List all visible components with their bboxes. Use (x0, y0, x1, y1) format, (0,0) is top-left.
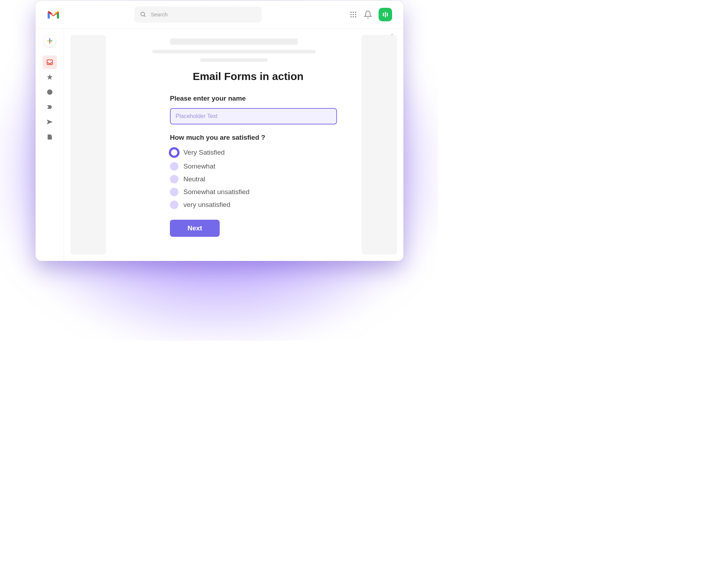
right-panel (362, 35, 397, 255)
skeleton-line (170, 38, 298, 45)
compose-button[interactable] (44, 35, 56, 47)
radio-label: Very Satisfied (183, 149, 225, 156)
svg-point-0 (141, 12, 145, 16)
svg-point-9 (353, 16, 354, 17)
satisfaction-label: How much you are satisfied ? (170, 134, 341, 142)
radio-label: very unsatisfied (183, 201, 230, 209)
svg-line-1 (144, 15, 145, 17)
left-panel (70, 35, 106, 255)
embedded-form: Email Forms in action Please enter your … (170, 70, 341, 237)
header-actions (349, 8, 392, 21)
gmail-logo[interactable] (47, 10, 60, 20)
sidebar-item-sent[interactable] (43, 115, 57, 129)
svg-point-3 (353, 11, 354, 13)
sidebar-item-inbox[interactable] (43, 55, 57, 69)
skeleton-line (152, 50, 316, 53)
svg-point-8 (350, 16, 352, 17)
radio-label: Somewhat unsatisfied (183, 188, 250, 196)
svg-point-4 (355, 11, 357, 13)
sidebar-item-important[interactable] (43, 100, 57, 114)
search-placeholder: Search (151, 11, 168, 17)
email-body: Email Forms in action Please enter your … (106, 35, 362, 255)
radio-option-neutral[interactable]: Neutral (170, 175, 341, 183)
radio-icon (170, 188, 178, 196)
search-icon (140, 11, 146, 18)
svg-point-6 (353, 14, 354, 15)
apps-icon[interactable] (349, 11, 357, 18)
radio-icon (170, 162, 178, 171)
radio-option-very-satisfied[interactable]: Very Satisfied (170, 147, 341, 158)
radio-icon (169, 147, 180, 158)
radio-option-very-unsatisfied[interactable]: very unsatisfied (170, 201, 341, 209)
brand-logo[interactable] (379, 8, 392, 21)
name-input[interactable] (170, 108, 337, 124)
sidebar-item-snoozed[interactable] (43, 85, 57, 99)
sidebar (36, 28, 64, 261)
svg-point-19 (47, 90, 52, 95)
next-button[interactable]: Next (170, 220, 220, 237)
radio-option-somewhat[interactable]: Somewhat (170, 162, 341, 171)
form-title: Email Forms in action (156, 70, 341, 82)
svg-point-10 (355, 16, 357, 17)
skeleton-line (200, 58, 268, 62)
skeleton-header (120, 38, 347, 62)
name-label: Please enter your name (170, 95, 341, 102)
radio-label: Neutral (183, 175, 205, 183)
radio-icon (170, 201, 178, 209)
svg-point-5 (350, 14, 352, 15)
svg-point-2 (350, 11, 352, 13)
radio-group: Very Satisfied Somewhat Neutral Som (170, 147, 341, 209)
radio-icon (170, 175, 178, 183)
sidebar-item-drafts[interactable] (43, 130, 57, 144)
sidebar-item-starred[interactable] (43, 70, 57, 84)
search-input[interactable]: Search (134, 6, 262, 23)
body-area: Email Forms in action Please enter your … (36, 28, 403, 261)
main-content: Email Forms in action Please enter your … (64, 28, 403, 261)
bell-icon[interactable] (364, 10, 372, 19)
svg-point-7 (355, 14, 357, 15)
app-window: Search (36, 1, 403, 261)
header: Search (36, 1, 403, 28)
radio-label: Somewhat (183, 162, 215, 170)
radio-option-somewhat-unsatisfied[interactable]: Somewhat unsatisfied (170, 188, 341, 196)
